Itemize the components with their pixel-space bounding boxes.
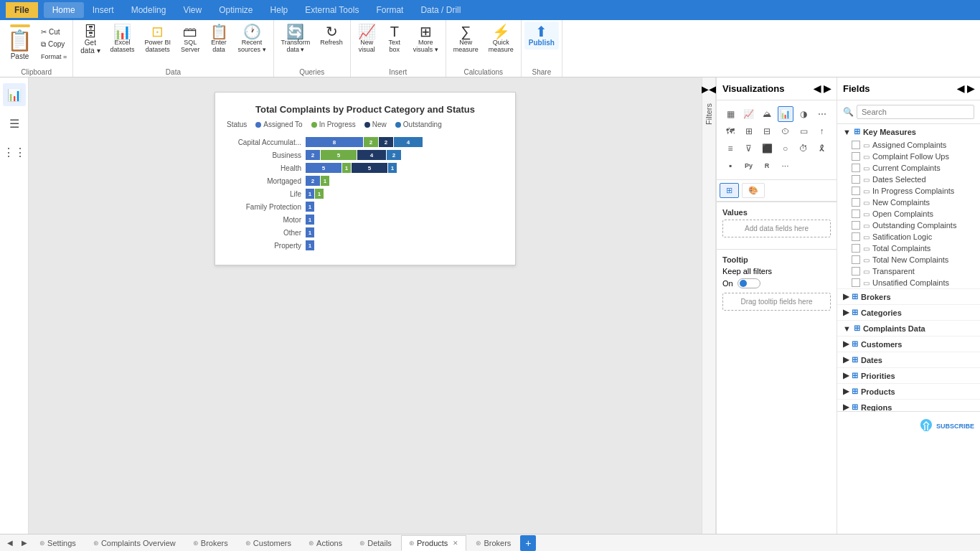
build-tab[interactable]: ⊞ xyxy=(720,183,739,198)
data-drill-tab[interactable]: Data / Drill xyxy=(412,2,469,18)
new-visual-button[interactable]: 📈 Newvisual xyxy=(354,22,380,56)
tab-nav-left[interactable]: ◀ xyxy=(3,536,17,550)
slicer-icon[interactable]: ≡ xyxy=(722,141,738,156)
filter-panel[interactable]: ▶◀ Filters xyxy=(702,77,716,534)
fields-search-input[interactable] xyxy=(857,105,974,119)
paste-button[interactable]: 📋 Paste xyxy=(3,22,37,63)
field-in-progress-complaints[interactable]: ▭ In Progress Complaints xyxy=(837,185,980,197)
power-bi-datasets-button[interactable]: ⊡ Power BIdatasets xyxy=(141,22,176,56)
assigned-complaints-checkbox[interactable] xyxy=(852,141,860,149)
field-total-complaints[interactable]: ▭ Total Complaints xyxy=(837,242,980,254)
satification-logic-checkbox[interactable] xyxy=(852,232,860,241)
enter-data-button[interactable]: 📋 Enterdata xyxy=(206,22,232,56)
products-header[interactable]: ▶⊞Products xyxy=(837,384,980,399)
model-view-icon[interactable]: ⋮⋮ xyxy=(3,141,26,164)
donut-icon[interactable]: ○ xyxy=(778,141,793,156)
total-new-complaints-checkbox[interactable] xyxy=(852,255,860,264)
field-open-complaints[interactable]: ▭ Open Complaints xyxy=(837,208,980,220)
map-icon[interactable]: 🗺 xyxy=(722,123,738,139)
tooltip-toggle-switch[interactable] xyxy=(738,278,760,288)
current-complaints-checkbox[interactable] xyxy=(852,164,860,172)
excel-datasets-button[interactable]: 📊 Exceldatasets xyxy=(106,22,139,56)
file-tab[interactable]: File xyxy=(6,2,38,18)
open-complaints-checkbox[interactable] xyxy=(852,209,860,218)
dates-header[interactable]: ▶⊞Dates xyxy=(837,352,980,367)
line-chart-icon[interactable]: 📈 xyxy=(741,106,757,122)
more-icon[interactable]: ··· xyxy=(778,158,793,174)
priorities-header[interactable]: ▶⊞Priorities xyxy=(837,368,980,383)
fields-panel-collapse[interactable]: ◀ xyxy=(957,83,964,94)
recent-sources-button[interactable]: 🕐 Recentsources ▾ xyxy=(234,22,270,56)
field-assigned-complaints[interactable]: ▭ Assigned Complaints xyxy=(837,139,980,151)
field-dates-selected[interactable]: ▭ Dates Selected xyxy=(837,174,980,185)
copy-button[interactable]: ⧉ Copy xyxy=(38,39,70,50)
unsatified-complaints-checkbox[interactable] xyxy=(852,278,860,287)
brokers-header[interactable]: ▶⊞Brokers xyxy=(837,289,980,304)
in-progress-complaints-checkbox[interactable] xyxy=(852,187,860,195)
field-new-complaints[interactable]: ▭ New Complaints xyxy=(837,197,980,208)
tab-products[interactable]: ⊛ Products ✕ xyxy=(401,535,467,551)
modeling-tab[interactable]: Modeling xyxy=(123,2,175,18)
view-tab[interactable]: View xyxy=(174,2,210,18)
text-box-button[interactable]: T Textbox xyxy=(382,22,407,56)
quick-measure-button[interactable]: ⚡ Quickmeasure xyxy=(484,22,518,56)
field-unsatified-complaints[interactable]: ▭ Unsatified Complaints xyxy=(837,277,980,288)
tab-settings[interactable]: ⊛ Settings xyxy=(32,535,84,551)
tab-customers[interactable]: ⊛ Customers xyxy=(237,535,299,551)
refresh-button[interactable]: ↻ Refresh xyxy=(316,22,347,49)
insert-tab[interactable]: Insert xyxy=(84,2,123,18)
data-view-icon[interactable]: ☰ xyxy=(3,112,26,135)
external-tools-tab[interactable]: External Tools xyxy=(296,2,367,18)
sql-server-button[interactable]: 🗃 SQLServer xyxy=(176,22,204,56)
field-transparent[interactable]: ▭ Transparent xyxy=(837,265,980,277)
gauge-icon[interactable]: ⏲ xyxy=(778,123,793,139)
canvas-area[interactable]: Total Complaints by Product Category and… xyxy=(29,77,702,534)
field-total-new-complaints[interactable]: ▭ Total New Complaints xyxy=(837,254,980,265)
get-data-button[interactable]: 🗄 Getdata ▾ xyxy=(76,22,104,57)
new-measure-button[interactable]: ∑ Newmeasure xyxy=(449,22,483,56)
waterfall-icon[interactable]: ⬛ xyxy=(759,141,775,156)
customers-header[interactable]: ▶⊞Customers xyxy=(837,336,980,352)
stacked-bar-icon[interactable]: ▦ xyxy=(722,106,738,122)
categories-header[interactable]: ▶⊞Categories xyxy=(837,305,980,320)
total-complaints-checkbox[interactable] xyxy=(852,244,860,253)
tooltip-drop-area[interactable]: Drag tooltip fields here xyxy=(722,293,831,311)
values-drop-area[interactable]: Add data fields here xyxy=(722,220,831,237)
new-complaints-checkbox[interactable] xyxy=(852,198,860,207)
complaint-follow-ups-checkbox[interactable] xyxy=(852,152,860,161)
kpi-icon[interactable]: ↑ xyxy=(814,123,830,139)
dates-selected-checkbox[interactable] xyxy=(852,175,860,184)
table-icon[interactable]: ⊞ xyxy=(741,123,757,139)
publish-button[interactable]: ⬆ Publish xyxy=(524,22,559,50)
field-satification-logic[interactable]: ▭ Satification Logic xyxy=(837,231,980,242)
tab-complaints-overview[interactable]: ⊛ Complaints Overview xyxy=(85,535,184,551)
tab-actions[interactable]: ⊛ Actions xyxy=(301,535,350,551)
format-tab[interactable]: Format xyxy=(367,2,412,18)
help-tab[interactable]: Help xyxy=(262,2,297,18)
field-current-complaints[interactable]: ▭ Current Complaints xyxy=(837,162,980,174)
clock-icon[interactable]: ⏱ xyxy=(796,141,811,156)
more-visuals-button[interactable]: ⊞ Morevisuals ▾ xyxy=(409,22,443,56)
transform-data-button[interactable]: 🔄 Transformdata ▾ xyxy=(277,22,315,56)
treemap-icon[interactable]: ▪ xyxy=(722,158,738,174)
transparent-checkbox[interactable] xyxy=(852,267,860,276)
bar-chart-icon[interactable]: 📊 xyxy=(778,106,793,122)
r-icon[interactable]: R xyxy=(759,158,775,174)
report-view-icon[interactable]: 📊 xyxy=(3,83,26,106)
python-icon[interactable]: Py xyxy=(741,158,757,174)
home-tab[interactable]: Home xyxy=(44,2,84,18)
add-tab-button[interactable]: + xyxy=(520,535,536,551)
scatter-chart-icon[interactable]: ⋯ xyxy=(814,106,830,122)
viz-panel-collapse[interactable]: ◀ xyxy=(814,83,821,94)
complaints-data-header[interactable]: ▼⊞Complaints Data xyxy=(837,321,980,336)
key-measures-header[interactable]: ▼ ⊞ Key Measures xyxy=(837,124,980,139)
funnel-icon[interactable]: ⊽ xyxy=(741,141,757,156)
tab-brokers-1[interactable]: ⊛ Brokers xyxy=(185,535,236,551)
ribbon-chart-icon[interactable]: 🎗 xyxy=(814,141,830,156)
tab-nav-right[interactable]: ▶ xyxy=(17,536,32,550)
format-painter-button[interactable]: Format = xyxy=(38,52,70,62)
tab-brokers-2[interactable]: ⊛ Brokers xyxy=(468,535,519,551)
card-icon[interactable]: ▭ xyxy=(796,123,811,139)
optimize-tab[interactable]: Optimize xyxy=(210,2,261,18)
viz-panel-expand[interactable]: ▶ xyxy=(824,83,831,94)
